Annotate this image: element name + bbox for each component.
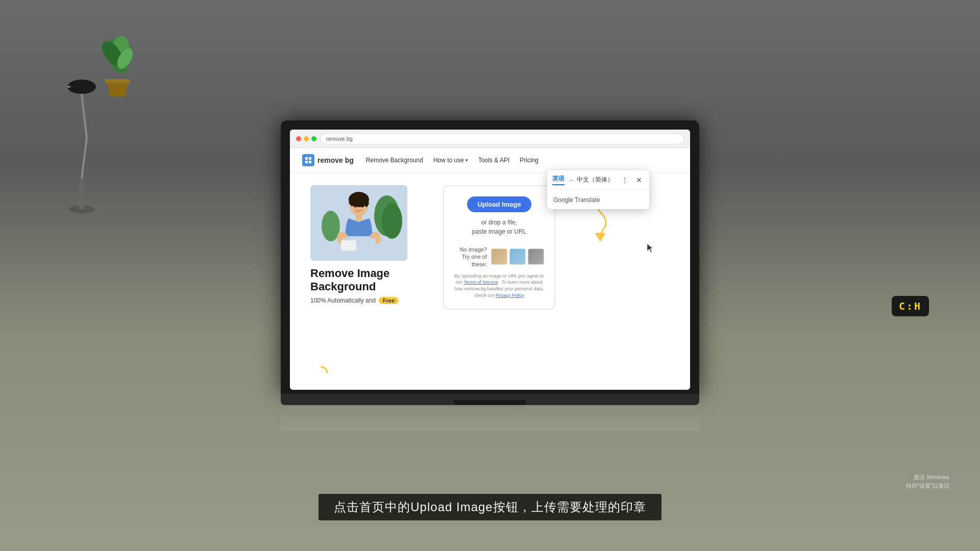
translate-body: Google Translate: [547, 190, 649, 209]
svg-rect-10: [305, 157, 308, 160]
svg-point-17: [322, 211, 340, 241]
svg-rect-21: [341, 240, 356, 251]
terms-link[interactable]: Terms of Service: [463, 280, 498, 285]
dropdown-chevron-icon: ▾: [465, 158, 468, 163]
nav-pricing[interactable]: Pricing: [520, 157, 538, 164]
hero-text: Remove Image Background 100% Automatical…: [310, 267, 399, 304]
source-language[interactable]: 英语: [552, 174, 565, 185]
desk-surface: [281, 405, 699, 431]
svg-line-1: [82, 94, 87, 138]
translate-icons: ⋮ ✕: [620, 175, 644, 185]
free-badge: Free: [379, 297, 399, 304]
translate-source-text: Google Translate: [553, 196, 600, 204]
address-bar[interactable]: remove.bg: [321, 133, 684, 144]
privacy-link[interactable]: Privacy Policy: [496, 293, 524, 298]
svg-rect-13: [309, 161, 311, 163]
site-logo: remove bg: [302, 154, 354, 166]
svg-line-2: [82, 138, 87, 179]
nav-how-to-use[interactable]: How to use ▾: [433, 157, 468, 164]
svg-point-16: [382, 203, 402, 239]
desk-plant: [92, 31, 143, 109]
nav-tools-api[interactable]: Tools & API: [478, 157, 509, 164]
windows-watermark: 激活 Windows 转到"设置"以激活: [906, 473, 949, 490]
svg-rect-9: [105, 79, 130, 83]
upload-area[interactable]: Upload Image or drop a file, paste image…: [443, 185, 555, 310]
paste-url-link[interactable]: paste image or URL: [472, 228, 527, 235]
logo-text: remove bg: [317, 156, 354, 164]
drop-text-area: or drop a file, paste image or URL: [472, 217, 527, 236]
svg-marker-24: [596, 234, 604, 240]
sample-images-container: [491, 248, 544, 265]
window-controls: [296, 136, 316, 141]
svg-rect-20: [356, 215, 362, 221]
laptop-base: [281, 394, 699, 405]
sample-label: No image? Try one of these:: [454, 246, 487, 268]
translate-close-button[interactable]: ✕: [634, 175, 644, 185]
nav-links-container: Remove Background How to use ▾ Tools & A…: [366, 157, 538, 164]
logo-icon: [302, 154, 314, 166]
loading-indicator: [313, 365, 329, 383]
minimize-window-button[interactable]: [304, 136, 309, 141]
hero-title: Remove Image Background: [310, 267, 399, 294]
translate-header: 英语 → 中文（简体） ⋮ ✕: [547, 170, 649, 190]
desk-clock: C:H: [892, 296, 929, 316]
sample-image-1[interactable]: [491, 248, 507, 265]
svg-rect-12: [305, 161, 308, 163]
maximize-window-button[interactable]: [311, 136, 316, 141]
hero-section: Remove Image Background 100% Automatical…: [310, 185, 423, 304]
terms-of-service-text: By uploading an image or URL you agree t…: [454, 273, 544, 298]
url-text: remove.bg: [326, 136, 353, 142]
subtitle-bar: 点击首页中的Upload Image按钮，上传需要处理的印章: [0, 494, 980, 520]
mouse-cursor: [647, 244, 655, 254]
sample-image-3[interactable]: [528, 248, 544, 265]
translate-popup: 英语 → 中文（简体） ⋮ ✕ Google Translate: [547, 170, 649, 209]
website-content: remove bg Remove Background How to use ▾…: [290, 148, 690, 390]
svg-rect-4: [79, 179, 84, 209]
upload-image-button[interactable]: Upload Image: [467, 196, 531, 212]
svg-point-23: [361, 204, 364, 208]
svg-rect-11: [309, 157, 311, 160]
translate-arrow-icon: →: [568, 177, 574, 184]
hero-subtitle: 100% Automatically and Free: [310, 297, 399, 304]
laptop-screen: remove.bg: [281, 120, 699, 394]
browser-window: remove.bg: [290, 130, 690, 390]
sample-image-2[interactable]: [509, 248, 526, 265]
browser-toolbar: remove.bg: [290, 130, 690, 148]
navigation-bar: remove bg Remove Background How to use ▾…: [290, 148, 690, 173]
nav-remove-background[interactable]: Remove Background: [366, 157, 423, 164]
hero-image: [310, 185, 407, 261]
laptop-notch: [454, 400, 526, 405]
close-window-button[interactable]: [296, 136, 301, 141]
subtitle-text: 点击首页中的Upload Image按钮，上传需要处理的印章: [318, 494, 661, 520]
svg-point-22: [354, 204, 357, 208]
translate-more-options-button[interactable]: ⋮: [620, 175, 630, 185]
sample-images-row: No image? Try one of these:: [454, 246, 544, 268]
target-language[interactable]: 中文（简体）: [577, 176, 614, 184]
